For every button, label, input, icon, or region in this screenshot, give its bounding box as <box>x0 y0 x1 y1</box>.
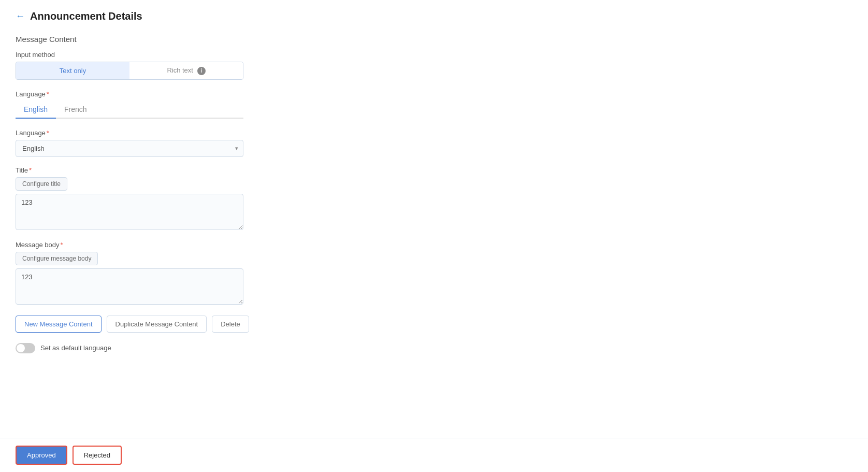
action-buttons-group: New Message Content Duplicate Message Co… <box>16 316 451 333</box>
default-language-label: Set as default language <box>40 344 111 352</box>
message-body-label: Message body* <box>16 241 451 249</box>
duplicate-message-content-button[interactable]: Duplicate Message Content <box>107 316 207 333</box>
delete-button[interactable]: Delete <box>212 316 249 333</box>
info-icon: i <box>197 67 206 75</box>
title-label: Title* <box>16 166 451 174</box>
language-tabs: English French <box>16 101 243 119</box>
rich-text-btn[interactable]: Rich text i <box>129 62 243 79</box>
message-body-textarea[interactable]: 123 <box>16 268 243 305</box>
language-tabs-section: Language* English French <box>16 90 451 119</box>
default-language-toggle-row: Set as default language <box>16 343 451 353</box>
rich-text-label: Rich text <box>167 66 193 74</box>
input-method-group: Text only Rich text i <box>16 62 243 80</box>
message-body-section: Message body* Configure message body 123 <box>16 241 451 306</box>
tab-english[interactable]: English <box>16 101 56 119</box>
new-message-content-button[interactable]: New Message Content <box>16 316 102 333</box>
input-method-label: Input method <box>16 51 451 59</box>
language-tabs-label: Language* <box>16 90 451 98</box>
text-only-btn[interactable]: Text only <box>16 62 129 79</box>
title-section: Title* Configure title 123 <box>16 166 451 232</box>
back-button[interactable]: ← <box>16 11 25 22</box>
tab-french[interactable]: French <box>56 101 95 119</box>
configure-message-body-button[interactable]: Configure message body <box>16 252 98 265</box>
page-header: ← Announcement Details <box>16 10 451 22</box>
page-title: Announcement Details <box>30 10 142 22</box>
language-select-wrapper: English French ▾ <box>16 140 243 157</box>
title-textarea[interactable]: 123 <box>16 194 243 230</box>
default-language-toggle[interactable] <box>16 343 35 353</box>
configure-title-button[interactable]: Configure title <box>16 177 67 191</box>
language-select[interactable]: English French <box>16 140 243 157</box>
message-content-heading: Message Content <box>16 35 451 44</box>
language-select-section: Language* English French ▾ <box>16 129 451 157</box>
language-select-label: Language* <box>16 129 451 137</box>
input-method-section: Input method Text only Rich text i <box>16 51 451 80</box>
